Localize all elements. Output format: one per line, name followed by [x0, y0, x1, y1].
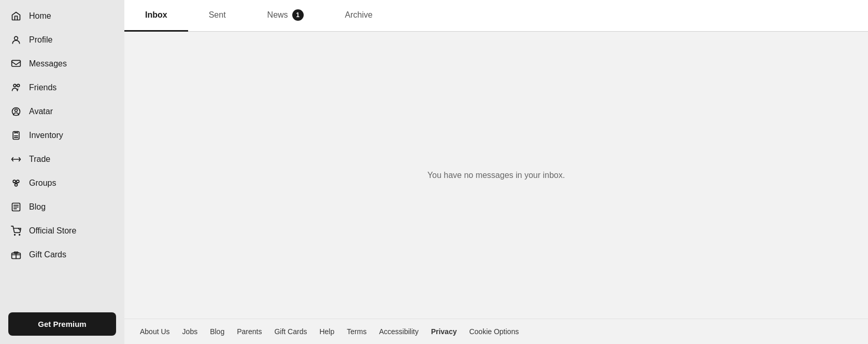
- footer: About Us Jobs Blog Parents Gift Cards He…: [124, 319, 868, 344]
- trade-icon: [10, 154, 22, 165]
- store-icon: [10, 225, 22, 237]
- sidebar-item-home[interactable]: Home: [0, 4, 124, 28]
- giftcards-icon: [10, 249, 22, 260]
- sidebar-item-official-store[interactable]: Official Store: [0, 219, 124, 243]
- empty-inbox-message: You have no messages in your inbox.: [428, 171, 565, 180]
- sidebar-item-avatar[interactable]: Avatar: [0, 100, 124, 123]
- sidebar-item-avatar-label: Avatar: [29, 107, 53, 116]
- svg-point-0: [15, 36, 18, 40]
- tab-archive-label: Archive: [345, 10, 373, 20]
- sidebar-item-blog[interactable]: Blog: [0, 195, 124, 219]
- sidebar-item-profile-label: Profile: [29, 35, 52, 45]
- footer-link-gift-cards[interactable]: Gift Cards: [274, 327, 307, 336]
- sidebar-item-friends-label: Friends: [29, 83, 56, 92]
- get-premium-button[interactable]: Get Premium: [8, 312, 116, 336]
- svg-point-3: [17, 84, 20, 87]
- svg-line-14: [16, 183, 18, 184]
- messages-icon: [10, 58, 22, 70]
- footer-link-terms[interactable]: Terms: [347, 327, 366, 336]
- tab-sent-label: Sent: [209, 10, 226, 20]
- blog-icon: [10, 201, 22, 213]
- tab-news-label: News: [267, 10, 288, 20]
- svg-point-2: [13, 84, 16, 87]
- footer-link-about-us[interactable]: About Us: [140, 327, 170, 336]
- footer-link-accessibility[interactable]: Accessibility: [379, 327, 418, 336]
- tabs-bar: Inbox Sent News 1 Archive: [124, 0, 868, 32]
- sidebar-item-home-label: Home: [29, 11, 51, 21]
- home-icon: [10, 10, 22, 22]
- footer-link-parents[interactable]: Parents: [237, 327, 262, 336]
- profile-icon: [10, 34, 22, 46]
- sidebar-item-official-store-label: Official Store: [29, 226, 76, 236]
- sidebar: Home Profile Messages: [0, 0, 124, 344]
- svg-point-5: [15, 109, 18, 112]
- sidebar-item-groups-label: Groups: [29, 178, 56, 188]
- tab-inbox[interactable]: Inbox: [124, 0, 188, 32]
- svg-point-19: [15, 235, 16, 236]
- tab-archive[interactable]: Archive: [324, 0, 393, 32]
- friends-icon: [10, 82, 22, 93]
- sidebar-item-friends[interactable]: Friends: [0, 76, 124, 100]
- sidebar-item-trade-label: Trade: [29, 155, 50, 164]
- groups-icon: [10, 177, 22, 189]
- tab-inbox-label: Inbox: [145, 10, 167, 20]
- avatar-icon: [10, 106, 22, 117]
- svg-rect-1: [12, 60, 21, 66]
- sidebar-item-messages[interactable]: Messages: [0, 52, 124, 76]
- footer-link-help[interactable]: Help: [319, 327, 334, 336]
- sidebar-item-groups[interactable]: Groups: [0, 171, 124, 195]
- sidebar-item-blog-label: Blog: [29, 202, 46, 212]
- tab-sent[interactable]: Sent: [188, 0, 247, 32]
- sidebar-item-trade[interactable]: Trade: [0, 147, 124, 171]
- news-badge: 1: [292, 9, 304, 21]
- content-area: You have no messages in your inbox.: [124, 32, 868, 319]
- footer-link-privacy[interactable]: Privacy: [431, 327, 457, 336]
- tab-news[interactable]: News 1: [247, 0, 324, 32]
- sidebar-item-gift-cards-label: Gift Cards: [29, 250, 66, 259]
- svg-point-20: [19, 235, 20, 236]
- sidebar-item-messages-label: Messages: [29, 59, 67, 68]
- sidebar-item-profile[interactable]: Profile: [0, 28, 124, 52]
- inventory-icon: [10, 130, 22, 141]
- sidebar-item-inventory-label: Inventory: [29, 131, 63, 140]
- footer-link-blog[interactable]: Blog: [210, 327, 224, 336]
- sidebar-item-inventory[interactable]: Inventory: [0, 123, 124, 147]
- sidebar-nav: Home Profile Messages: [0, 0, 124, 306]
- main-content: Inbox Sent News 1 Archive You have no me…: [124, 0, 868, 344]
- footer-link-cookie-options[interactable]: Cookie Options: [469, 327, 519, 336]
- sidebar-item-gift-cards[interactable]: Gift Cards: [0, 243, 124, 267]
- footer-link-jobs[interactable]: Jobs: [182, 327, 198, 336]
